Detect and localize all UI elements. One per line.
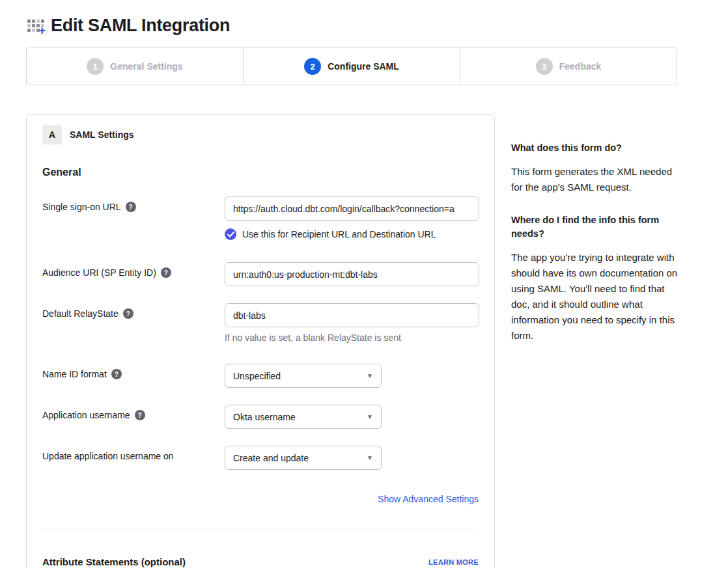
help-icon[interactable]: ? xyxy=(111,369,122,379)
step-configure-saml[interactable]: 2 Configure SAML xyxy=(244,48,460,85)
name-id-format-select[interactable]: Unspecified ▼ xyxy=(225,364,382,388)
help-icon[interactable]: ? xyxy=(123,308,133,319)
edit-saml-integration-page: + Edit SAML Integration 1 General Settin… xyxy=(0,0,728,568)
general-heading: General xyxy=(42,167,479,178)
panel-header: A SAML Settings xyxy=(42,125,479,144)
sidebar-question-2: Where do I find the info this form needs… xyxy=(511,213,678,241)
step-3-label: Feedback xyxy=(559,61,602,72)
app-grid-plus-icon: + xyxy=(27,18,46,34)
section-divider xyxy=(42,530,479,530)
sso-url-label: Single sign-on URL xyxy=(42,202,121,212)
relay-state-hint: If no value is set, a blank RelayState i… xyxy=(225,332,479,343)
learn-more-link[interactable]: LEARN MORE xyxy=(428,558,479,566)
app-username-label-wrap: Application username ? xyxy=(42,405,225,420)
relay-state-input[interactable] xyxy=(225,303,479,327)
wizard-steps: 1 General Settings 2 Configure SAML 3 Fe… xyxy=(26,47,677,85)
plus-icon: + xyxy=(38,24,46,36)
step-3-number: 3 xyxy=(536,58,553,75)
sidebar-answer-2: The app you're trying to integrate with … xyxy=(511,250,678,344)
step-1-label: General Settings xyxy=(110,61,182,72)
update-app-username-label-wrap: Update application username on xyxy=(42,446,225,461)
section-a-badge: A xyxy=(42,125,62,144)
sso-url-row: Single sign-on URL ? Use this for Recipi… xyxy=(42,196,479,240)
update-app-username-select[interactable]: Create and update ▼ xyxy=(225,446,382,470)
help-icon[interactable]: ? xyxy=(126,202,136,212)
attribute-statements-heading: Attribute Statements (optional) xyxy=(42,556,186,567)
help-icon[interactable]: ? xyxy=(135,410,145,420)
app-username-label: Application username xyxy=(42,410,130,420)
relay-state-label: Default RelayState xyxy=(42,308,119,319)
help-sidebar: What does this form do? This form genera… xyxy=(511,114,678,362)
relay-state-row: Default RelayState ? If no value is set,… xyxy=(42,303,479,343)
help-icon[interactable]: ? xyxy=(161,267,171,278)
recipient-url-checkbox-label[interactable]: Use this for Recipient URL and Destinati… xyxy=(242,229,436,239)
panel-title: SAML Settings xyxy=(70,129,134,140)
update-app-username-row: Update application username on Create an… xyxy=(42,446,479,470)
chevron-down-icon: ▼ xyxy=(367,454,373,461)
sidebar-question-1: What does this form do? xyxy=(511,141,678,155)
name-id-format-label: Name ID format xyxy=(42,369,107,379)
name-id-format-value: Unspecified xyxy=(233,371,281,381)
name-id-format-label-wrap: Name ID format ? xyxy=(42,364,225,379)
app-username-value: Okta username xyxy=(233,412,296,422)
page-title: Edit SAML Integration xyxy=(51,16,230,36)
sso-url-label-wrap: Single sign-on URL ? xyxy=(42,196,225,212)
page-header: + Edit SAML Integration xyxy=(27,16,702,36)
name-id-format-row: Name ID format ? Unspecified ▼ xyxy=(42,364,479,388)
audience-uri-row: Audience URI (SP Entity ID) ? xyxy=(42,262,479,286)
saml-settings-panel: A SAML Settings General Single sign-on U… xyxy=(26,114,495,568)
checked-checkbox-icon[interactable] xyxy=(225,228,236,240)
update-app-username-label: Update application username on xyxy=(42,451,174,461)
show-advanced-settings-link[interactable]: Show Advanced Settings xyxy=(378,494,479,504)
step-general-settings[interactable]: 1 General Settings xyxy=(27,48,244,85)
sidebar-answer-1: This form generates the XML needed for t… xyxy=(511,164,678,195)
step-2-number: 2 xyxy=(304,58,321,75)
audience-uri-label-wrap: Audience URI (SP Entity ID) ? xyxy=(42,262,225,278)
chevron-down-icon: ▼ xyxy=(367,372,373,379)
step-2-label: Configure SAML xyxy=(328,61,399,72)
step-feedback[interactable]: 3 Feedback xyxy=(460,48,677,85)
app-username-select[interactable]: Okta username ▼ xyxy=(225,405,382,429)
app-username-row: Application username ? Okta username ▼ xyxy=(42,405,479,429)
sso-url-input[interactable] xyxy=(225,196,479,221)
recipient-url-checkbox-row: Use this for Recipient URL and Destinati… xyxy=(225,228,479,240)
audience-uri-label: Audience URI (SP Entity ID) xyxy=(42,267,156,278)
chevron-down-icon: ▼ xyxy=(367,413,373,420)
relay-state-label-wrap: Default RelayState ? xyxy=(42,303,225,319)
audience-uri-input[interactable] xyxy=(225,262,479,286)
step-1-number: 1 xyxy=(87,58,104,75)
update-app-username-value: Create and update xyxy=(233,453,309,463)
